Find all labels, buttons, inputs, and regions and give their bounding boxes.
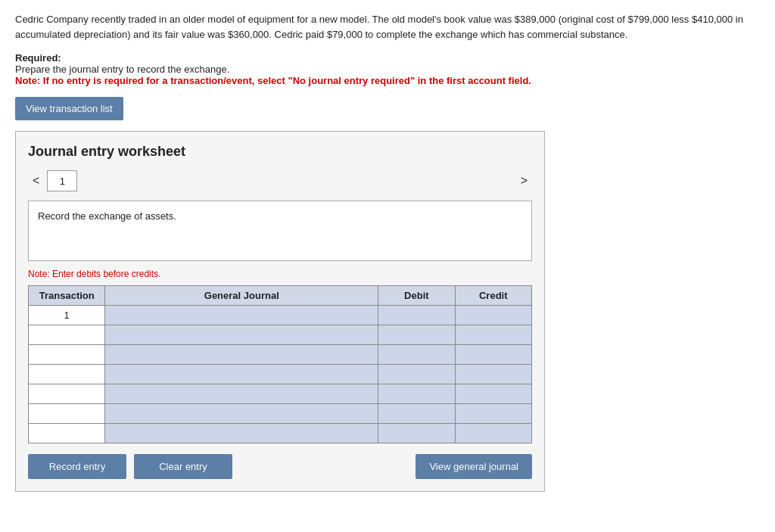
transaction-cell-5 (29, 384, 105, 404)
clear-entry-button[interactable]: Clear entry (134, 454, 232, 479)
general-journal-field-1[interactable] (105, 306, 378, 325)
general-journal-field-7[interactable] (105, 424, 378, 443)
transaction-cell-2 (29, 325, 105, 345)
debit-input-4[interactable] (378, 365, 455, 384)
debit-input-5[interactable] (378, 384, 455, 404)
required-label: Required: (15, 52, 760, 64)
general-journal-input-6[interactable] (105, 404, 378, 424)
debit-field-7[interactable] (378, 424, 454, 443)
worksheet-title: Journal entry worksheet (28, 144, 532, 160)
debit-field-2[interactable] (378, 325, 454, 344)
col-header-debit: Debit (378, 286, 455, 306)
table-row (29, 345, 532, 365)
table-row: 1 (29, 306, 532, 325)
credit-field-6[interactable] (456, 404, 531, 423)
credit-field-5[interactable] (456, 384, 531, 403)
debit-field-4[interactable] (378, 365, 454, 384)
general-journal-field-3[interactable] (105, 345, 378, 364)
general-journal-input-2[interactable] (105, 325, 378, 345)
required-note: Note: If no entry is required for a tran… (15, 75, 760, 86)
next-arrow-icon[interactable]: > (516, 173, 532, 189)
credit-input-7[interactable] (455, 424, 531, 443)
debit-field-5[interactable] (378, 384, 454, 403)
credit-field-1[interactable] (456, 306, 531, 325)
credit-field-7[interactable] (456, 424, 531, 443)
table-row (29, 404, 532, 424)
transaction-cell-1: 1 (29, 306, 105, 325)
col-header-transaction: Transaction (29, 286, 105, 306)
debit-input-2[interactable] (378, 325, 455, 345)
table-row (29, 325, 532, 345)
transaction-cell-6 (29, 404, 105, 424)
page-number-box: 1 (47, 170, 77, 191)
general-journal-field-6[interactable] (105, 404, 378, 423)
record-entry-button[interactable]: Record entry (28, 454, 126, 479)
debit-input-1[interactable] (378, 306, 455, 325)
credit-input-5[interactable] (455, 384, 531, 404)
general-journal-input-5[interactable] (105, 384, 378, 404)
credit-input-3[interactable] (455, 345, 531, 365)
debit-field-1[interactable] (378, 306, 454, 325)
credit-input-2[interactable] (455, 325, 531, 345)
debit-input-3[interactable] (378, 345, 455, 365)
view-general-journal-button[interactable]: View general journal (416, 454, 532, 479)
col-header-credit: Credit (455, 286, 531, 306)
credit-input-4[interactable] (455, 365, 531, 384)
general-journal-input-3[interactable] (105, 345, 378, 365)
page-number: 1 (60, 176, 65, 187)
general-journal-field-4[interactable] (105, 365, 378, 384)
transaction-cell-3 (29, 345, 105, 365)
general-journal-field-5[interactable] (105, 384, 378, 403)
debit-input-7[interactable] (378, 424, 455, 443)
journal-table: Transaction General Journal Debit Credit… (28, 285, 532, 443)
required-body: Prepare the journal entry to record the … (15, 64, 760, 75)
credit-field-3[interactable] (456, 345, 531, 364)
col-header-general-journal: General Journal (105, 286, 378, 306)
general-journal-input-4[interactable] (105, 365, 378, 384)
credit-input-1[interactable] (455, 306, 531, 325)
general-journal-field-2[interactable] (105, 325, 378, 344)
credit-field-2[interactable] (456, 325, 531, 344)
debit-field-6[interactable] (378, 404, 454, 423)
table-row (29, 424, 532, 443)
transaction-cell-7 (29, 424, 105, 443)
worksheet-container: Journal entry worksheet < 1 > Record the… (15, 131, 545, 492)
prev-arrow-icon[interactable]: < (28, 173, 44, 189)
problem-text: Cedric Company recently traded in an old… (15, 12, 757, 42)
table-row (29, 384, 532, 404)
general-journal-input-7[interactable] (105, 424, 378, 443)
credit-input-6[interactable] (455, 404, 531, 424)
view-transaction-button[interactable]: View transaction list (15, 97, 123, 120)
general-journal-input-1[interactable] (105, 306, 378, 325)
debit-field-3[interactable] (378, 345, 454, 364)
description-box: Record the exchange of assets. (28, 201, 532, 261)
description-text: Record the exchange of assets. (38, 210, 176, 222)
note-text: Note: Enter debits before credits. (28, 269, 532, 279)
debit-input-6[interactable] (378, 404, 455, 424)
transaction-cell-4 (29, 365, 105, 384)
table-row (29, 365, 532, 384)
credit-field-4[interactable] (456, 365, 531, 384)
